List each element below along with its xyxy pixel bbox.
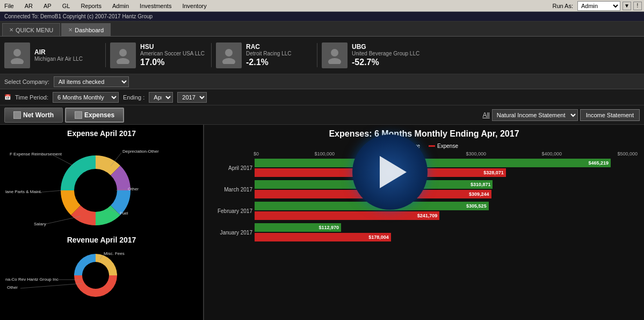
net-worth-button[interactable]: Net Worth bbox=[4, 108, 63, 123]
tab-dashboard-label: Dashboard bbox=[75, 27, 104, 33]
svg-text:Fuel: Fuel bbox=[120, 211, 128, 216]
bar-label-march: March 2017 bbox=[211, 187, 252, 193]
expenses-icon bbox=[75, 111, 82, 119]
axis-0: $0 bbox=[254, 151, 259, 157]
nav-buttons-bar: Net Worth Expenses All Natural Income St… bbox=[0, 105, 644, 125]
bar-label-february: February 2017 bbox=[211, 208, 252, 214]
menu-gl[interactable]: GL bbox=[60, 2, 73, 10]
time-period-dropdown[interactable]: 6 Months Monthly 3 Months Monthly 12 Mon… bbox=[53, 92, 119, 103]
svg-point-21 bbox=[86, 266, 105, 285]
bar-label-april: April 2017 bbox=[211, 165, 252, 171]
company-info-ubg: UBG United Beverage Group LLC -52.7% bbox=[352, 43, 419, 67]
tab-dashboard[interactable]: ✕ Dashboard bbox=[61, 23, 111, 36]
company-cards-row: AIR Michigan Air Air LLC HSU American So… bbox=[0, 37, 644, 74]
svg-point-1 bbox=[11, 58, 24, 64]
legend-expense: Expense bbox=[429, 143, 458, 149]
quick-menu-icon: ✕ bbox=[9, 27, 13, 33]
revenue-bar-april: $465,219 bbox=[255, 159, 611, 167]
dashboard-icon: ✕ bbox=[68, 27, 73, 33]
revenue-bar-january: $112,970 bbox=[255, 223, 341, 232]
revenue-value-february: $305,525 bbox=[466, 203, 487, 209]
legend-expense-dot bbox=[429, 145, 435, 147]
divider-1 bbox=[105, 43, 106, 67]
expense-donut-container: F Expense Reimbursement Depreciation-Oth… bbox=[4, 142, 187, 233]
company-code-rac: RAC bbox=[246, 43, 291, 51]
ending-year-dropdown[interactable]: 2017 2016 bbox=[177, 92, 207, 103]
tab-quick-menu[interactable]: ✕ QUICK MENU bbox=[2, 23, 60, 36]
run-as-dropdown[interactable]: Admin bbox=[577, 1, 620, 11]
bar-row-january: January 2017 $112,970 $178,004 bbox=[211, 223, 638, 241]
menu-ar[interactable]: AR bbox=[23, 2, 35, 10]
menu-ap[interactable]: AP bbox=[41, 2, 54, 10]
expense-donut-svg: F Expense Reimbursement Depreciation-Oth… bbox=[4, 142, 187, 233]
axis-500k: $500,000 bbox=[617, 151, 638, 157]
menu-admin[interactable]: Admin bbox=[110, 2, 131, 10]
connected-bar: Connected To: DemoB1 Copyright (c) 2007-… bbox=[0, 12, 644, 22]
revenue-bar-april-wrapper: $465,219 bbox=[255, 159, 638, 167]
svg-text:Depreciation-Other: Depreciation-Other bbox=[122, 149, 159, 154]
revenue-donut-svg: Misc. Fees na-Co Rev Hantz Group Inc Oth… bbox=[4, 248, 187, 297]
run-as-button[interactable]: ▼ bbox=[623, 2, 631, 10]
bar-chart-legend: Revenue Expense bbox=[211, 143, 638, 149]
expense-value-march: $309,244 bbox=[469, 191, 489, 197]
svg-line-10 bbox=[53, 155, 74, 166]
svg-text:Salary: Salary bbox=[34, 222, 46, 226]
company-card-rac[interactable]: RAC Detroit Racing LLC -2.1% bbox=[216, 41, 313, 69]
right-panel: Expenses: 6 Months Monthly Ending Apr, 2… bbox=[204, 125, 644, 320]
menu-reports[interactable]: Reports bbox=[78, 2, 104, 10]
bar-row-february: February 2017 $305,525 $241,709 bbox=[211, 202, 638, 220]
axis-labels: $0 $100,000 $200,000 $300,000 $400,000 $… bbox=[211, 151, 638, 157]
revenue-bar-march-wrapper: $310,871 bbox=[255, 180, 638, 189]
net-worth-icon bbox=[13, 111, 21, 119]
expense-bar-january: $178,004 bbox=[255, 233, 391, 241]
run-as-section: Run As: Admin ▼ ! bbox=[550, 1, 642, 11]
bars-april: $465,219 $328,071 bbox=[255, 159, 638, 177]
axis-100k: $100,000 bbox=[314, 151, 335, 157]
main-content: Expense April 2017 bbox=[0, 125, 644, 320]
ending-month-dropdown[interactable]: Apr Mar Feb Jan bbox=[149, 92, 173, 103]
company-card-hsu[interactable]: HSU American Soccer USA LLC 17.0% bbox=[110, 41, 207, 69]
company-code-air: AIR bbox=[34, 48, 83, 56]
svg-point-4 bbox=[225, 49, 233, 56]
svg-point-0 bbox=[13, 49, 21, 56]
company-info-rac: RAC Detroit Racing LLC -2.1% bbox=[246, 43, 291, 67]
menu-file[interactable]: File bbox=[2, 2, 16, 10]
net-worth-label: Net Worth bbox=[23, 111, 54, 119]
expense-value-april: $328,071 bbox=[483, 170, 504, 175]
revenue-bar-january-wrapper: $112,970 bbox=[255, 223, 638, 232]
right-content-wrapper: Expenses: 6 Months Monthly Ending Apr, 2… bbox=[211, 129, 638, 241]
left-panel: Expense April 2017 bbox=[0, 125, 204, 320]
company-card-ubg[interactable]: UBG United Beverage Group LLC -52.7% bbox=[322, 41, 419, 69]
svg-text:Misc. Fees: Misc. Fees bbox=[104, 251, 125, 256]
svg-text:Other: Other bbox=[7, 285, 18, 290]
statement-dropdown[interactable]: Natural Income Statement bbox=[492, 109, 578, 121]
video-play-button[interactable] bbox=[352, 134, 428, 210]
divider-2 bbox=[211, 43, 212, 67]
company-value-ubg: -52.7% bbox=[352, 58, 419, 67]
run-as-extra-button[interactable]: ! bbox=[633, 2, 642, 10]
calendar-icon: 📅 bbox=[4, 94, 11, 100]
revenue-bar-february-wrapper: $305,525 bbox=[255, 202, 638, 210]
all-link[interactable]: All bbox=[482, 111, 489, 119]
company-value-rac: -2.1% bbox=[246, 58, 291, 67]
expenses-button[interactable]: Expenses bbox=[65, 108, 124, 123]
revenue-donut-container: Misc. Fees na-Co Rev Hantz Group Inc Oth… bbox=[4, 248, 187, 297]
menu-inventory[interactable]: Inventory bbox=[180, 2, 208, 10]
menu-investments[interactable]: Investments bbox=[138, 2, 173, 10]
avatar-rac bbox=[216, 42, 242, 68]
expense-bar-april-wrapper: $328,071 bbox=[255, 168, 638, 177]
income-statement-button[interactable]: Income Statement bbox=[580, 109, 640, 121]
company-dropdown[interactable]: All items checked bbox=[54, 76, 129, 87]
bars-january: $112,970 $178,004 bbox=[255, 223, 638, 241]
select-company-label: Select Company: bbox=[4, 79, 49, 85]
legend-expense-label: Expense bbox=[437, 143, 458, 149]
revenue-value-april: $465,219 bbox=[589, 160, 609, 166]
company-name-hsu: American Soccer USA LLC bbox=[140, 51, 205, 56]
svg-line-27 bbox=[20, 283, 82, 288]
company-name-ubg: United Beverage Group LLC bbox=[352, 51, 419, 56]
company-card-air[interactable]: AIR Michigan Air Air LLC bbox=[4, 41, 101, 69]
axis-300k: $300,000 bbox=[466, 151, 486, 157]
revenue-chart-title: Revenue April 2017 bbox=[4, 236, 199, 244]
avatar-ubg bbox=[322, 42, 348, 68]
divider-3 bbox=[317, 43, 317, 67]
